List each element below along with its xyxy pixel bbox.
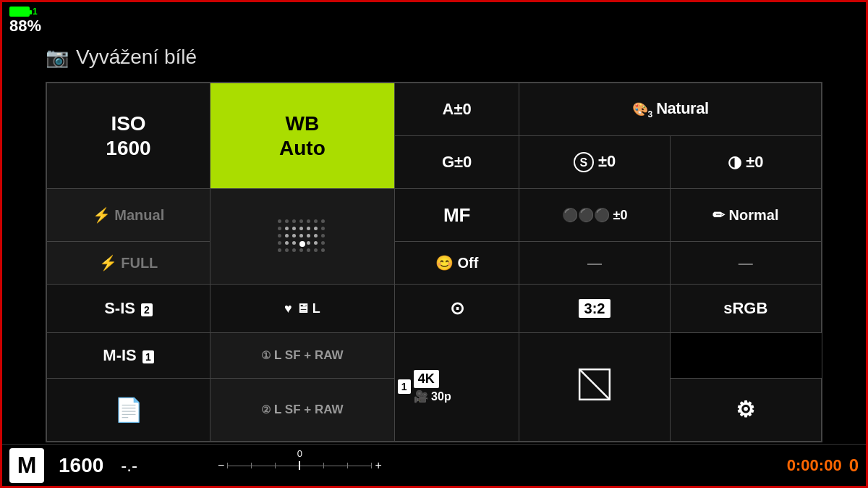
ratio-cell[interactable]: 3:2 (519, 285, 670, 333)
svg-line-1 (579, 370, 610, 400)
settings-cell[interactable]: ⚙ (670, 378, 821, 441)
dotted-cell: − (210, 189, 395, 285)
bottom-iso: 1600 (59, 454, 103, 477)
meter-ticks (227, 461, 372, 470)
video-info-cell[interactable]: 1 4K 🎥 30p (394, 332, 519, 441)
color-mix-cell[interactable]: ⚫⚫⚫ ±0 (519, 189, 670, 242)
face-cell[interactable]: 😊 Off (394, 242, 519, 285)
bottom-right-zero: 0 (849, 455, 859, 476)
camera-icon: 📷 (46, 46, 69, 69)
bottom-dash: -.- (121, 455, 137, 476)
diagonal-icon (576, 366, 613, 403)
mis-cell[interactable]: M-IS 1 (47, 332, 210, 378)
a-cell[interactable]: A±0 (394, 83, 519, 136)
tick-6 (347, 463, 348, 468)
tick-center (299, 461, 300, 470)
metering-cell[interactable]: ⊙ (394, 285, 519, 333)
battery-number: 1 (33, 7, 38, 17)
normal-sharpness-cell[interactable]: ✏ Normal (670, 189, 821, 242)
page-title-text: Vyvážení bílé (76, 46, 197, 69)
meter-zero-label: 0 (297, 448, 302, 459)
tick-1 (227, 463, 228, 468)
tick-2 (251, 463, 252, 468)
dash1-cell: — (519, 242, 670, 285)
top-bar: 1 88% (9, 7, 41, 35)
mf-cell[interactable]: MF (394, 189, 519, 242)
slot1-cell[interactable]: ① L SF + RAW (210, 332, 395, 378)
slot2-cell[interactable]: ② L SF + RAW (210, 378, 395, 441)
settings-table: ISO1600 WBAuto A±0 🎨3 Natural G±0 S ±0 ◑… (46, 83, 822, 442)
bottom-bar: M 1600 -.- − 0 + 0:00:00 (2, 444, 866, 486)
tick-7 (371, 463, 372, 468)
battery-row: 1 (9, 7, 41, 17)
diagonal-cell[interactable] (519, 332, 670, 441)
page-title: 📷 Vyvážení bílé (46, 46, 197, 69)
tick-5 (323, 463, 324, 468)
manual-cell[interactable]: ⚡ Manual (47, 189, 210, 242)
meter-minus: − (218, 459, 224, 472)
camera-screen: 1 88% 📷 Vyvážení bílé ISO1600 WBAuto A±0… (0, 0, 868, 488)
srgb-cell[interactable]: sRGB (670, 285, 821, 333)
main-grid: ISO1600 WBAuto A±0 🎨3 Natural G±0 S ±0 ◑… (46, 82, 822, 442)
wb-cell[interactable]: WBAuto (210, 83, 395, 189)
exposure-meter: − 0 + (137, 459, 462, 472)
g-cell[interactable]: G±0 (394, 135, 519, 189)
mode-badge: M (9, 448, 44, 483)
meter-track: 0 (227, 461, 372, 470)
file-icon-cell[interactable]: 📄 (47, 378, 210, 441)
natural-cell[interactable]: 🎨3 Natural (519, 83, 822, 136)
dash2-cell: — (670, 242, 821, 285)
battery-percent: 88% (9, 17, 41, 35)
iso-cell[interactable]: ISO1600 (47, 83, 210, 189)
battery-icon (9, 7, 30, 17)
heart-l-cell[interactable]: ♥ 🖥 L (210, 285, 395, 333)
s-cell[interactable]: S ±0 (519, 135, 670, 189)
sis-cell[interactable]: S-IS 2 (47, 285, 210, 333)
meter-plus: + (375, 459, 381, 472)
contrast-cell[interactable]: ◑ ±0 (670, 135, 821, 189)
tick-3 (275, 463, 276, 468)
timer-display: 0:00:00 (787, 456, 842, 475)
full-cell[interactable]: ⚡ FULL (47, 242, 210, 285)
